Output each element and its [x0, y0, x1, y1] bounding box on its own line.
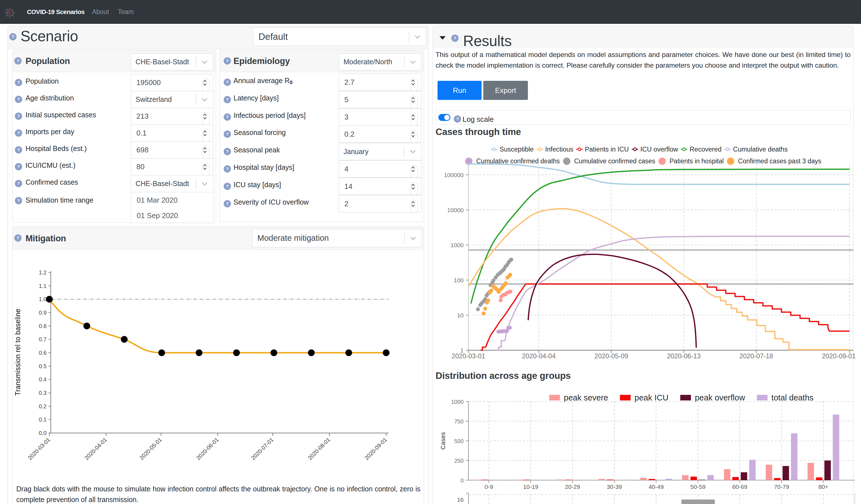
- svg-text:2020-09-01: 2020-09-01: [364, 436, 388, 461]
- svg-text:1.1: 1.1: [39, 283, 46, 289]
- svg-text:1.2: 1.2: [39, 269, 46, 275]
- svg-text:40-49: 40-49: [648, 483, 664, 490]
- svg-text:1.0: 1.0: [39, 296, 46, 302]
- svg-text:30-39: 30-39: [607, 483, 622, 490]
- svg-text:10-19: 10-19: [523, 483, 538, 490]
- svg-text:2020-06-01: 2020-06-01: [195, 436, 220, 461]
- svg-text:Cases: Cases: [439, 432, 447, 450]
- svg-text:60-69: 60-69: [732, 483, 747, 490]
- svg-text:0.2: 0.2: [39, 403, 46, 409]
- svg-text:0: 0: [461, 477, 464, 483]
- svg-text:16: 16: [457, 496, 464, 503]
- svg-text:0.3: 0.3: [39, 390, 46, 396]
- svg-text:0.9: 0.9: [39, 310, 46, 316]
- svg-text:80+: 80+: [818, 483, 829, 490]
- svg-text:20-29: 20-29: [565, 483, 580, 490]
- svg-text:2020-08-01: 2020-08-01: [307, 436, 331, 461]
- svg-text:0.5: 0.5: [39, 363, 46, 369]
- svg-text:2020-04-01: 2020-04-01: [83, 436, 108, 461]
- svg-text:1000: 1000: [451, 399, 464, 405]
- svg-text:Transmission rel to baseline: Transmission rel to baseline: [14, 309, 22, 396]
- svg-text:500: 500: [454, 438, 464, 444]
- svg-text:750: 750: [454, 419, 464, 425]
- svg-text:0-9: 0-9: [485, 483, 493, 490]
- svg-text:2020-03-01: 2020-03-01: [27, 436, 51, 461]
- svg-text:0.6: 0.6: [39, 350, 46, 356]
- svg-text:0.8: 0.8: [39, 323, 46, 329]
- svg-text:250: 250: [454, 458, 464, 464]
- svg-text:70-79: 70-79: [774, 483, 789, 490]
- svg-text:0.7: 0.7: [39, 336, 46, 342]
- svg-text:0.4: 0.4: [39, 376, 46, 382]
- svg-text:2020-05-01: 2020-05-01: [138, 436, 163, 461]
- svg-text:0.0: 0.0: [39, 430, 46, 436]
- svg-text:0.1: 0.1: [39, 417, 46, 423]
- svg-text:50-59: 50-59: [691, 483, 706, 490]
- svg-text:2020-07-01: 2020-07-01: [250, 436, 275, 461]
